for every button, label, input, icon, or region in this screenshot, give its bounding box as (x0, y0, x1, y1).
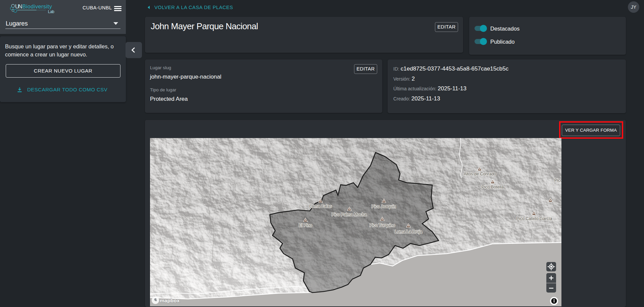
svg-text:Pico Joaquín: Pico Joaquín (371, 204, 396, 209)
svg-text:Pico: Pico (554, 178, 561, 183)
svg-text:UN: UN (15, 3, 22, 9)
svg-text:Lab: Lab (48, 9, 54, 14)
svg-text:El Pino: El Pino (299, 223, 312, 228)
svg-text:Pico Calixto García: Pico Calixto García (516, 216, 552, 221)
svg-text:Altos de Conrado: Altos de Conrado (464, 172, 496, 176)
svg-text:Loma La Bruja: Loma La Bruja (395, 229, 422, 234)
svg-text:Biodiversity: Biodiversity (22, 3, 52, 9)
svg-text:mapbox: mapbox (160, 298, 180, 303)
svg-text:Pico Palma Mocha: Pico Palma Mocha (332, 212, 366, 217)
svg-text:Pico Botella: Pico Botella (482, 185, 504, 189)
svg-text:Loma Calas: Loma Calas (309, 204, 332, 209)
svg-text:Pico Turquino: Pico Turquino (369, 223, 395, 228)
